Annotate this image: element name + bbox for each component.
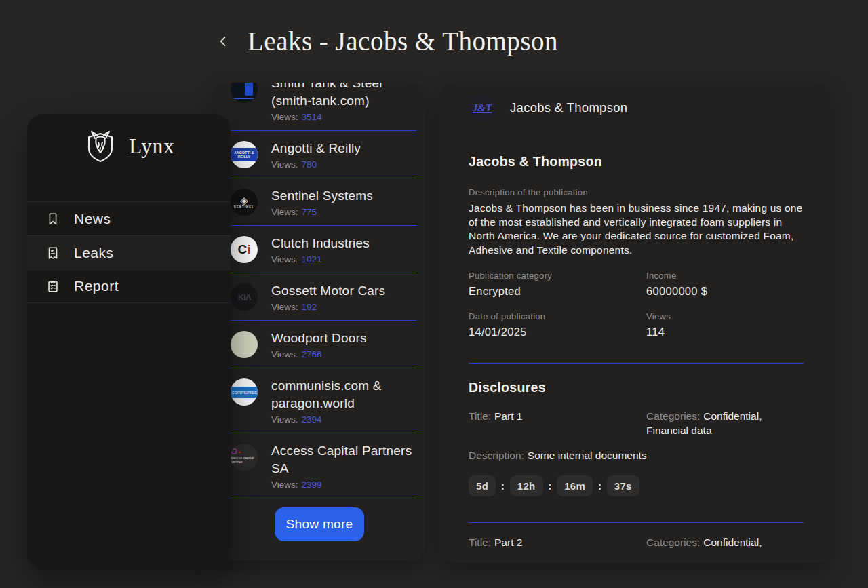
sidebar-menu: News Leaks Report [27,201,231,303]
field-value: 14/01/2025 [469,326,646,338]
disclosure-title: Part 1 [494,410,522,422]
company-name: Sentinel Systems [271,187,373,205]
list-item[interactable]: KIΛ Gossett Motor Cars Views:192 [224,273,416,321]
brand: Lynx [27,129,231,164]
company-name: Access Capital Partners SA [271,442,416,477]
field-label: Income [646,271,804,281]
lynx-shield-icon [83,129,118,164]
show-more-button[interactable]: Show more [275,507,364,541]
company-name: Jacobs & Thompson [510,100,627,115]
company-logo [231,331,258,358]
company-logo: ANGOTTI & REILLY [231,141,258,168]
categories-label: Categories: [646,410,700,422]
company-logo: ◈SENTINEL [231,189,258,216]
timer-minutes: 16m [557,475,593,496]
disclosure-categories: Confidential, [703,536,762,548]
field-value: 114 [646,326,804,338]
views-count: Views:2394 [271,414,416,425]
title-label: Title: [469,536,491,548]
views-count: Views:192 [271,302,385,312]
timer-days: 5d [469,475,496,496]
disclosures-heading: Disclosures [469,380,804,395]
list-item[interactable]: Woodport Doors Views:2766 [224,321,416,368]
list-item[interactable]: ◈SENTINEL Sentinel Systems Views:775 [224,178,416,226]
publication-fields: Publication category Encrypted Income 60… [469,257,804,338]
company-name: Angotti & Reilly [271,140,361,157]
divider [469,363,804,364]
list-item[interactable]: Ci Clutch Industries Views:1021 [224,226,416,273]
sidebar-item-leaks[interactable]: Leaks [27,235,231,269]
sidebar: Lynx News Leaks Report [27,114,231,570]
countdown-timer: 5d : 12h : 16m : 37s [469,475,804,496]
views-count: Views:2766 [271,349,367,359]
company-name: Gossett Motor Cars [271,282,385,300]
list-item[interactable]: Smith Tank & Steel (smith-tank.com) View… [224,83,416,131]
disclosure-description: Description:Some internal documents [469,450,804,462]
company-name: Clutch Industries [271,235,370,252]
views-count: Views:3514 [271,112,416,122]
views-count: Views:2399 [271,479,416,490]
categories-label: Categories: [646,536,700,548]
company-logo: J&T [469,94,496,121]
views-count: Views:780 [271,159,361,170]
field-label: Publication category [469,271,646,281]
views-count: Views:1021 [271,254,370,264]
leaks-list-panel: Smith Tank & Steel (smith-tank.com) View… [214,83,425,561]
company-logo: Ci [231,236,258,263]
timer-seconds: 37s [607,475,639,496]
list-item[interactable]: ANGOTTI & REILLY Angotti & Reilly Views:… [224,131,416,178]
receipt-icon [44,246,62,260]
page-header: Leaks - Jacobs & Thompson [214,26,558,56]
field-label: Date of publication [469,311,646,321]
company-name: Woodport Doors [271,330,367,347]
list-item[interactable]: communisis communisis.com & paragon.worl… [224,368,416,433]
back-icon[interactable] [214,32,233,51]
sidebar-item-report[interactable]: Report [27,269,231,303]
detail-header: J&T Jacobs & Thompson [469,94,804,121]
timer-separator: : [501,481,505,492]
divider [469,522,804,523]
timer-separator: : [549,481,552,492]
leaks-list: Smith Tank & Steel (smith-tank.com) View… [214,83,425,498]
title-label: Title: [469,410,491,422]
description-text: Jacobs & Thompson has been in business s… [469,201,804,257]
detail-heading: Jacobs & Thompson [469,154,804,170]
description-label: Description: [469,450,524,461]
sidebar-item-label: Leaks [74,245,114,261]
company-logo: communisis [231,378,258,406]
list-item[interactable]: O•access capital partner Access Capital … [224,433,416,498]
company-name: Smith Tank & Steel (smith-tank.com) [271,83,416,110]
company-logo: O•access capital partner [231,444,258,471]
description-label: Description of the publication [469,187,804,197]
disclosure-item: Title:Part 2 Categories:Confidential, [469,535,804,549]
field-value: Encrypted [469,285,646,298]
disclosure-item: Title:Part 1 Categories:Confidential, Fi… [469,409,804,437]
sidebar-item-label: Report [74,278,119,294]
brand-name: Lynx [129,134,175,159]
views-count: Views:775 [271,207,373,217]
company-logo [231,83,258,103]
field-label: Views [646,311,804,321]
company-name: communisis.com & paragon.world [271,377,416,412]
timer-hours: 12h [510,475,543,496]
disclosure-title: Part 2 [494,536,522,548]
clipboard-icon [44,279,62,294]
sidebar-item-news[interactable]: News [27,201,231,235]
bookmark-icon [44,212,62,227]
company-logo: KIΛ [231,283,258,311]
sidebar-item-label: News [74,211,111,227]
leak-detail-panel: J&T Jacobs & Thompson Jacobs & Thompson … [441,83,831,563]
page-title: Leaks - Jacobs & Thompson [248,26,558,56]
field-value: 60000000 $ [646,285,804,298]
timer-separator: : [598,481,601,492]
